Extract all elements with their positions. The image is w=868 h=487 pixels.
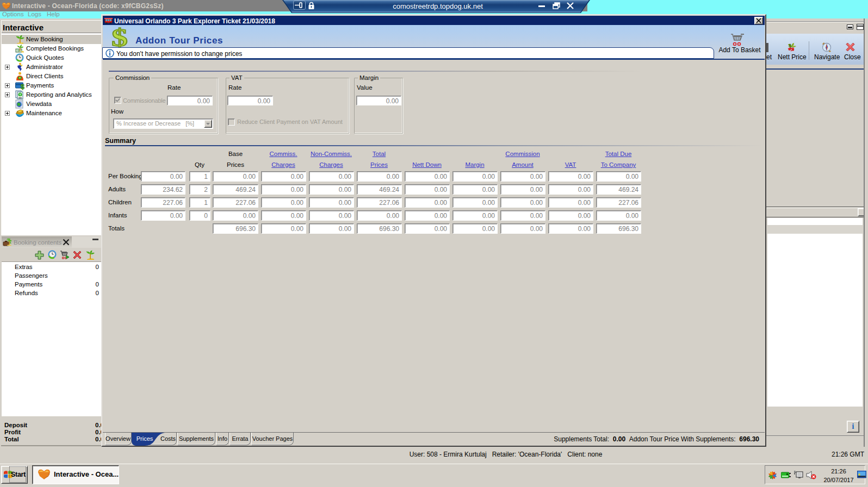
svg-text:$: $ (21, 83, 24, 90)
svg-text:$: $ (111, 27, 128, 48)
